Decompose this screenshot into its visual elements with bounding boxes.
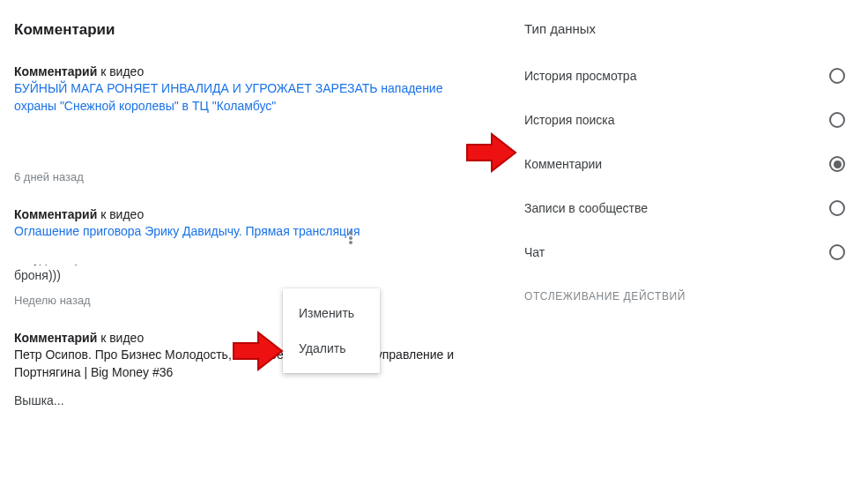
radio-label: История просмотра [524, 69, 636, 83]
radio-label: Комментарии [524, 157, 602, 171]
radio-icon [829, 200, 845, 216]
radio-label: История поиска [524, 113, 615, 127]
radio-option-watch-history[interactable]: История просмотра [524, 54, 845, 98]
comment-item: Комментарий к видео БУЙНЫЙ МАГА РОНЯЕТ И… [14, 63, 463, 183]
radio-option-search-history[interactable]: История поиска [524, 98, 845, 142]
radio-option-comments[interactable]: Комментарии [524, 142, 845, 186]
comments-panel: Комментарии Комментарий к видео БУЙНЫЙ М… [0, 0, 489, 493]
comment-body: смешно))) [14, 126, 463, 161]
radio-icon [829, 112, 845, 128]
radio-option-chat[interactable]: Чат [524, 230, 845, 274]
comment-prefix: Комментарий к видео [14, 331, 144, 345]
radio-option-community-posts[interactable]: Записи в сообществе [524, 186, 845, 230]
radio-label: Чат [524, 245, 545, 259]
radio-icon [829, 68, 845, 84]
comment-body: Вышка... [14, 392, 463, 410]
comment-video-link[interactable]: Оглашение приговора Эрику Давидычу. Прям… [14, 222, 463, 240]
comment-video-title: Петр Осипов. Про Бизнес Молодость, YouTu… [14, 346, 463, 382]
comment-body: похудеет...реально броня))) [14, 250, 463, 285]
radio-label: Записи в сообществе [524, 201, 648, 215]
comment-item: Комментарий к видео Петр Осипов. Про Биз… [14, 330, 463, 409]
subsection-title: ОТСЛЕЖИВАНИЕ ДЕЙСТВИЙ [524, 290, 845, 303]
context-menu: Изменить Удалить [283, 288, 380, 373]
data-type-panel: Тип данных История просмотра История пои… [489, 0, 868, 493]
comment-timestamp: 6 дней назад [14, 170, 463, 183]
radio-icon [829, 156, 845, 172]
comment-timestamp: Неделю назад [14, 294, 463, 307]
page-title: Комментарии [14, 21, 463, 39]
more-options-button[interactable] [338, 226, 363, 250]
menu-item-delete[interactable]: Удалить [283, 331, 380, 366]
comment-prefix: Комментарий к видео [14, 64, 144, 78]
radio-list: История просмотра История поиска Коммент… [524, 54, 845, 274]
comment-video-link[interactable]: БУЙНЫЙ МАГА РОНЯЕТ ИНВАЛИДА И УГРОЖАЕТ З… [14, 79, 463, 116]
comment-prefix: Комментарий к видео [14, 207, 144, 221]
menu-item-edit[interactable]: Изменить [283, 295, 380, 331]
radio-icon [829, 244, 845, 260]
comment-item: Комментарий к видео Оглашение приговора … [14, 206, 463, 307]
section-title: Тип данных [524, 21, 845, 36]
